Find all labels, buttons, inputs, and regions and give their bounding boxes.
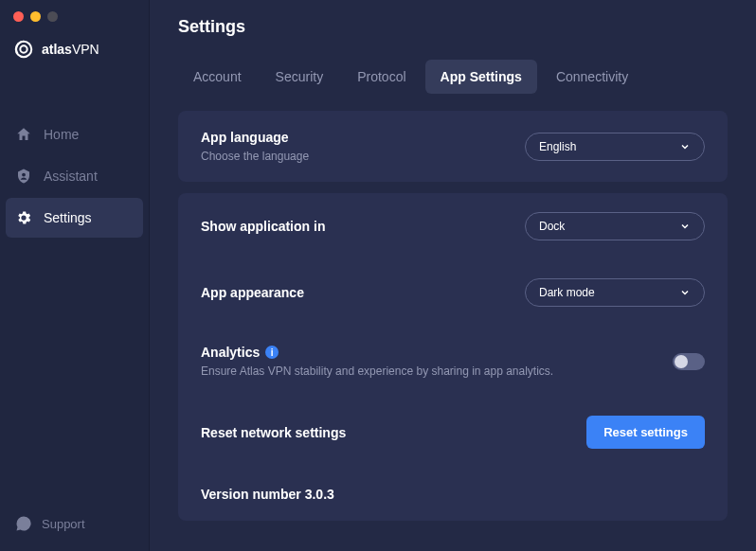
analytics-row: Analytics i Ensure Atlas VPN stability a… — [201, 326, 705, 397]
minimize-window-button[interactable] — [30, 11, 41, 22]
app-logo: atlasVPN — [0, 39, 149, 60]
tab-security[interactable]: Security — [261, 60, 339, 94]
close-window-button[interactable] — [13, 11, 24, 22]
version-text: Version number 3.0.3 — [201, 487, 705, 502]
select-value: English — [539, 140, 576, 153]
nav-home[interactable]: Home — [6, 115, 143, 154]
app-name: atlasVPN — [42, 42, 99, 57]
language-sub: Choose the language — [201, 150, 525, 163]
nav-label: Assistant — [44, 169, 98, 184]
window-controls — [0, 11, 149, 22]
language-title: App language — [201, 130, 525, 145]
nav-assistant[interactable]: Assistant — [6, 156, 143, 196]
tab-protocol[interactable]: Protocol — [342, 60, 421, 94]
language-select[interactable]: English — [525, 133, 705, 161]
info-icon[interactable]: i — [265, 346, 279, 359]
atlas-logo-icon — [13, 39, 34, 60]
tab-connectivity[interactable]: Connectivity — [541, 60, 643, 94]
chevron-down-icon — [679, 141, 691, 152]
support-icon — [15, 515, 32, 532]
svg-point-2 — [22, 173, 26, 177]
tabs: Account Security Protocol App Settings C… — [178, 60, 728, 94]
chevron-down-icon — [679, 221, 691, 232]
appearance-text: App appearance — [201, 285, 525, 300]
select-value: Dock — [539, 220, 565, 233]
settings-icon — [15, 209, 32, 226]
chevron-down-icon — [679, 287, 691, 298]
analytics-toggle[interactable] — [673, 353, 705, 370]
version-row: Version number 3.0.3 — [201, 468, 705, 521]
reset-title: Reset network settings — [201, 425, 586, 440]
show-in-select[interactable]: Dock — [525, 212, 705, 240]
language-text: App language Choose the language — [201, 130, 525, 163]
analytics-text: Analytics i Ensure Atlas VPN stability a… — [201, 345, 673, 378]
svg-point-1 — [20, 45, 27, 52]
app-settings-card: Show application in Dock App appearance … — [178, 193, 728, 521]
appearance-title: App appearance — [201, 285, 525, 300]
tab-app-settings[interactable]: App Settings — [425, 60, 537, 94]
maximize-window-button[interactable] — [47, 11, 58, 22]
page-title: Settings — [178, 17, 728, 37]
home-icon — [15, 126, 32, 143]
language-row: App language Choose the language English — [201, 111, 705, 182]
reset-text: Reset network settings — [201, 425, 586, 440]
reset-button[interactable]: Reset settings — [586, 416, 705, 449]
show-in-title: Show application in — [201, 219, 525, 234]
appearance-row: App appearance Dark mode — [201, 259, 705, 326]
nav-support[interactable]: Support — [0, 496, 149, 551]
show-in-text: Show application in — [201, 219, 525, 234]
tab-account[interactable]: Account — [178, 60, 257, 94]
main-content: Settings Account Security Protocol App S… — [150, 0, 756, 551]
show-in-row: Show application in Dock — [201, 193, 705, 259]
nav-label: Settings — [44, 210, 92, 225]
assistant-icon — [15, 168, 32, 185]
select-value: Dark mode — [539, 286, 595, 299]
sidebar: atlasVPN Home Assistant Settings Support — [0, 0, 150, 551]
version-title: Version number 3.0.3 — [201, 487, 705, 502]
nav-label: Home — [44, 127, 79, 142]
reset-row: Reset network settings Reset settings — [201, 397, 705, 468]
language-card: App language Choose the language English — [178, 111, 728, 182]
analytics-sub: Ensure Atlas VPN stability and experienc… — [201, 364, 673, 378]
nav: Home Assistant Settings — [0, 115, 149, 238]
analytics-title: Analytics i — [201, 345, 673, 360]
nav-settings[interactable]: Settings — [6, 198, 143, 238]
nav-label: Support — [42, 517, 85, 531]
appearance-select[interactable]: Dark mode — [525, 278, 705, 307]
